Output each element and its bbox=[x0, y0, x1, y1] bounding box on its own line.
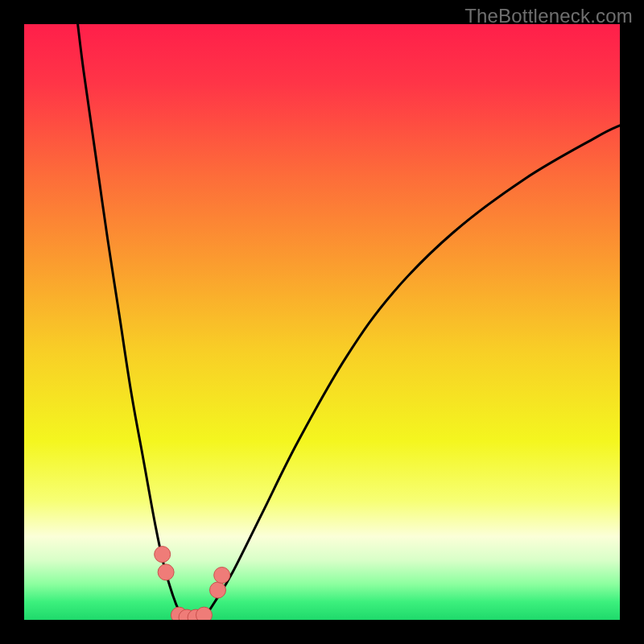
gradient-background bbox=[24, 24, 620, 620]
marker-right-b bbox=[214, 568, 230, 584]
chart-plot-area bbox=[24, 24, 620, 620]
marker-left-a bbox=[155, 547, 171, 563]
marker-bottom-d bbox=[196, 607, 212, 620]
chart-svg bbox=[24, 24, 620, 620]
marker-left-b bbox=[158, 564, 174, 580]
marker-right-a bbox=[210, 582, 226, 598]
chart-frame: TheBottleneck.com bbox=[0, 0, 644, 644]
watermark-text: TheBottleneck.com bbox=[464, 5, 633, 27]
